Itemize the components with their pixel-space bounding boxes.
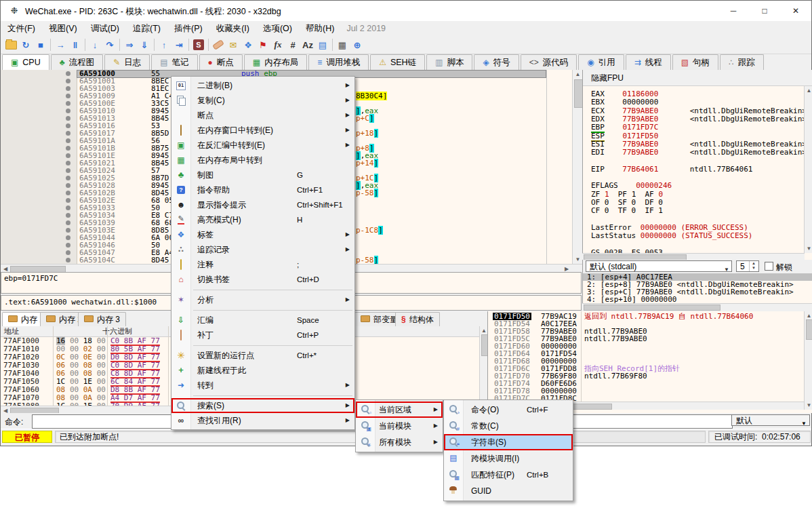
hash-icon[interactable]: # <box>285 38 300 52</box>
menu-item-注释[interactable]: 注释; <box>171 257 354 272</box>
register-line[interactable]: LastStatus 00000000 (STATUS_SUCCESS) <box>591 232 752 240</box>
checkbox-box[interactable] <box>765 262 773 271</box>
call-log-icon[interactable]: ▤ <box>315 38 330 52</box>
menu-item-制图[interactable]: ♣制图G <box>171 168 354 182</box>
menu-收藏夹(I)[interactable]: 收藏夹(I) <box>209 21 256 36</box>
calling-convention-select[interactable]: 默认 (stdcall)▼ <box>586 260 732 272</box>
register-line[interactable]: EDI 77B9ABE0 <ntdll.DbgUiRemoteBreakin> <box>591 149 807 157</box>
close-button[interactable]: ✕ <box>780 1 811 21</box>
menu-item-分析[interactable]: ✶分析▶ <box>171 292 354 307</box>
tab-symbols[interactable]: ◈符号 <box>474 54 519 70</box>
stack-vscrollbar[interactable]: ▲ ▼ <box>804 311 812 410</box>
run-to-user-code-icon[interactable]: ⇒ <box>122 38 137 52</box>
step-into-swift-icon[interactable]: ⇓ <box>137 38 152 52</box>
menu-插件(P)[interactable]: 插件(P) <box>167 21 209 36</box>
patch-icon[interactable] <box>211 38 226 52</box>
menu-item-命令(O)[interactable]: ›命令(O)Ctrl+F <box>444 402 573 418</box>
menu-选项(O)[interactable]: 选项(O) <box>256 21 299 36</box>
menu-帮助(H)[interactable]: 帮助(H) <box>299 21 341 36</box>
unlock-checkbox[interactable]: 解锁 <box>765 262 792 273</box>
maximize-button[interactable]: □ <box>749 1 780 21</box>
menu-item-在内存布局中转到[interactable]: ▦在内存布局中转到 <box>171 153 354 168</box>
menu-item-匹配特征(P)[interactable]: ▦匹配特征(P)Ctrl+B <box>444 467 573 483</box>
menu-item-跨模块调用(I)[interactable]: ▤跨模块调用(I) <box>444 450 573 467</box>
argument-count-stepper[interactable]: 5 ▲▼ <box>736 260 759 272</box>
menu-视图(V)[interactable]: 视图(V) <box>42 21 84 36</box>
breakpoints-icon[interactable]: ⚑ <box>256 38 270 52</box>
calculator-icon[interactable]: ▦ <box>335 38 350 52</box>
register-line[interactable]: CF 0 TF 0 IF 1 <box>591 207 663 215</box>
menu-文件(F)[interactable]: 文件(F) <box>1 21 42 36</box>
menu-item-复制(C)[interactable]: 复制(C)▶ <box>171 93 354 108</box>
menu-item-当前模块[interactable]: ▣当前模块▶ <box>356 418 443 434</box>
hide-fpu-button[interactable]: 隐藏FPU <box>583 70 812 86</box>
tab-notes[interactable]: ▤笔记 <box>151 54 197 70</box>
menu-追踪(T)[interactable]: 追踪(T) <box>126 21 167 36</box>
menu-item-常数(C)[interactable]: #常数(C) <box>444 418 573 434</box>
menu-item-追踪记录[interactable]: ∴追踪记录▶ <box>171 242 354 257</box>
strings-az-icon[interactable]: Az <box>300 38 315 52</box>
menu-item-转到[interactable]: ➜转到▶ <box>171 378 354 393</box>
menu-item-新建线程于此[interactable]: +新建线程于此 <box>171 363 354 378</box>
restart-icon[interactable]: ↻ <box>18 38 33 52</box>
register-line[interactable]: EIP 77B64061 ntdll.77B64061 <box>591 165 752 174</box>
menu-item-显示指令提示[interactable]: ☻显示指令提示Ctrl+Shift+F1 <box>171 197 354 212</box>
menu-shortcut: Ctrl+P <box>297 328 319 343</box>
menu-item-当前区域[interactable]: ▫当前区域▶ <box>356 402 443 418</box>
menu-item-汇编[interactable]: ⇩汇编Space <box>171 313 354 328</box>
menu-调试(D)[interactable]: 调试(D) <box>84 21 126 36</box>
tab-call-stack[interactable]: ≡调用堆栈 <box>308 54 369 70</box>
functions-icon[interactable]: fx <box>270 38 285 52</box>
world-icon[interactable]: ⊕ <box>350 38 365 52</box>
labels-icon[interactable]: ❖ <box>241 38 256 52</box>
tab-script[interactable]: ▥脚本 <box>426 54 472 70</box>
menu-item-搜索(S)[interactable]: 搜索(S)▶ <box>171 398 354 413</box>
menu-item-切换书签[interactable]: ⌂切换书签Ctrl+D <box>171 272 354 287</box>
dump-tab-结构体[interactable]: §结构体 <box>395 312 440 326</box>
open-file-icon[interactable] <box>3 38 18 52</box>
arguments-hscrollbar[interactable] <box>582 303 812 311</box>
argument-row[interactable]: 4: [esp+10] 00000000 <box>583 296 812 303</box>
attach-icon[interactable]: ⇥ <box>171 38 186 52</box>
registers-vscrollbar[interactable]: ▲ ▼ <box>804 86 812 253</box>
menu-item-设置新的运行点[interactable]: ✳设置新的运行点Ctrl+* <box>171 348 354 363</box>
menu-item-标签[interactable]: ❖标签▶ <box>171 227 354 242</box>
pause-icon[interactable]: ‖ <box>68 38 83 52</box>
dump-tab-内存 3[interactable]: 内存 3 <box>78 312 126 326</box>
tab-log[interactable]: ✎日志 <box>104 54 150 70</box>
scylla-icon[interactable]: S <box>193 39 204 50</box>
step-into-icon[interactable]: ↓ <box>87 38 102 52</box>
menu-item-查找引用(R)[interactable]: ∞查找引用(R)▶ <box>171 413 354 428</box>
menu-item-二进制(B)[interactable]: 01二进制(B)▶ <box>171 78 354 93</box>
tab-references[interactable]: ◉引用 <box>578 54 624 70</box>
menu-item-所有模块[interactable]: ✳所有模块▶ <box>356 434 443 450</box>
call-arguments-list[interactable]: 1: [esp+4] A0C17EEA2: [esp+8] 77B9ABE0 <… <box>582 273 812 303</box>
tab-handles[interactable]: ▧句柄 <box>672 54 718 70</box>
menu-item-补丁[interactable]: 补丁Ctrl+P <box>171 328 354 343</box>
minimize-button[interactable]: ─ <box>718 1 749 21</box>
stack-panel[interactable]: 0171FD5077B9AC19返回到 ntdll.77B9AC19 自 ntd… <box>487 311 812 413</box>
menu-item-字符串(S)[interactable]: ❝字符串(S) <box>444 434 573 450</box>
tab-graph[interactable]: ♣流程图 <box>51 54 103 70</box>
command-profile-select[interactable]: 默认▼ <box>731 414 810 426</box>
menu-item-在反汇编中转到(E)[interactable]: ▣在反汇编中转到(E)▶ <box>171 138 354 153</box>
run-icon[interactable]: → <box>53 38 68 52</box>
tab-breakpoints[interactable]: ●断点 <box>199 54 243 70</box>
tab-memory-map[interactable]: ▦内存布局 <box>244 54 307 70</box>
tab-threads[interactable]: ⇉线程 <box>626 54 671 70</box>
menu-item-在内存窗口中转到(E)[interactable]: 在内存窗口中转到(E)▶ <box>171 123 354 138</box>
disasm-vscrollbar[interactable]: ▲ ▼ <box>572 70 583 264</box>
menu-item-断点[interactable]: 断点▶ <box>171 108 354 123</box>
execute-till-return-icon[interactable]: ↑ <box>157 38 171 52</box>
comments-icon[interactable]: ✉ <box>226 38 241 52</box>
stepper-arrows[interactable]: ▲▼ <box>749 261 758 271</box>
menu-item-指令帮助[interactable]: ?指令帮助Ctrl+F1 <box>171 182 354 197</box>
stop-icon[interactable]: ■ <box>33 38 48 52</box>
tab-seh[interactable]: ⚠SEH链 <box>370 54 425 70</box>
tab-source[interactable]: <>源代码 <box>521 54 577 70</box>
menu-item-GUID[interactable]: GUID <box>444 483 573 499</box>
step-over-icon[interactable]: ↷ <box>102 38 117 52</box>
tab-trace[interactable]: ∴跟踪 <box>720 54 764 70</box>
menu-item-高亮模式(H)[interactable]: ✎高亮模式(H)H <box>171 212 354 227</box>
tab-cpu[interactable]: ▣CPU <box>2 54 49 71</box>
